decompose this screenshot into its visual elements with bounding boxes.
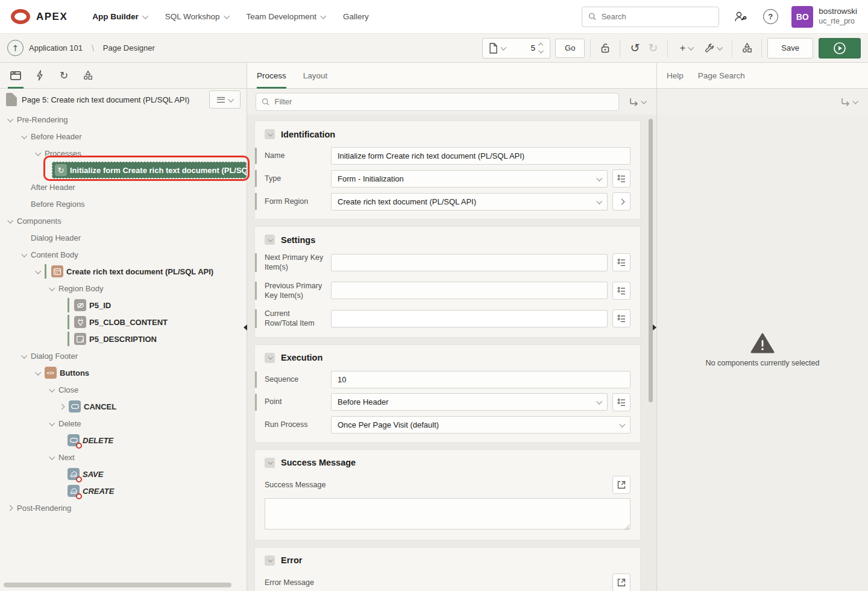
- collapse-left-panel-handle[interactable]: [244, 324, 247, 330]
- tree-item-before-regions[interactable]: Before Regions: [0, 195, 247, 212]
- tree-item-before-header[interactable]: Before Header: [0, 128, 247, 145]
- point-select[interactable]: Before Header: [331, 393, 608, 411]
- tree-item-delete-button[interactable]: DELETE: [0, 432, 247, 449]
- user-block[interactable]: BO bostrowski uc_rte_pro: [791, 6, 857, 28]
- shared-components-icon[interactable]: [738, 39, 756, 58]
- chevron-down-icon[interactable]: [49, 386, 55, 392]
- page-number-stepper[interactable]: [535, 43, 546, 53]
- current-row-input[interactable]: [331, 310, 608, 327]
- help-icon[interactable]: ?: [761, 8, 779, 26]
- go-to-selection-button[interactable]: [838, 93, 860, 111]
- chevron-right-icon[interactable]: [7, 505, 13, 511]
- tree-item-components[interactable]: Components: [0, 212, 247, 229]
- tab-page-shared-components[interactable]: [76, 63, 100, 88]
- chevron-down-icon[interactable]: [49, 454, 55, 460]
- filter-input[interactable]: [274, 97, 613, 106]
- type-lov-button[interactable]: [612, 169, 631, 188]
- tab-page-search[interactable]: Page Search: [698, 63, 745, 88]
- step-up-icon[interactable]: [538, 42, 543, 47]
- nav-app-builder[interactable]: App Builder: [83, 0, 156, 33]
- avatar[interactable]: BO: [791, 6, 813, 28]
- save-button[interactable]: Save: [767, 38, 813, 58]
- tree-item-next-position[interactable]: Next: [0, 449, 247, 466]
- chevron-down-icon[interactable]: [35, 150, 41, 156]
- vertical-scrollbar[interactable]: [649, 119, 653, 402]
- redo-icon[interactable]: ↻: [644, 39, 662, 58]
- tab-help[interactable]: Help: [667, 63, 684, 88]
- tree-item-processes[interactable]: Processes: [0, 145, 247, 162]
- filter-box[interactable]: [256, 93, 619, 111]
- go-button[interactable]: Go: [555, 39, 585, 58]
- chevron-down-icon[interactable]: [49, 285, 55, 291]
- tree-item-delete-position[interactable]: Delete: [0, 415, 247, 432]
- run-process-select[interactable]: Once Per Page Visit (default): [331, 416, 631, 434]
- chevron-down-icon[interactable]: [49, 420, 55, 426]
- global-search[interactable]: [582, 7, 719, 27]
- apex-logo[interactable]: APEX: [11, 9, 68, 24]
- breadcrumb-app[interactable]: Application 101: [29, 43, 83, 52]
- tree-item-content-body[interactable]: Content Body: [0, 246, 247, 263]
- prev-pk-input[interactable]: [331, 282, 608, 299]
- tab-process[interactable]: Process: [257, 63, 286, 88]
- success-message-textarea[interactable]: [265, 498, 631, 529]
- tab-layout[interactable]: Layout: [303, 63, 328, 88]
- chevron-down-icon[interactable]: [35, 369, 41, 375]
- tree-item-create-rich-text-region[interactable]: Create rich text document (PL/SQL API): [0, 263, 247, 280]
- chevron-down-icon[interactable]: [21, 133, 27, 139]
- tree-item-close-position[interactable]: Close: [0, 381, 247, 398]
- name-input[interactable]: [331, 147, 631, 165]
- search-input[interactable]: [602, 12, 713, 21]
- tree-item-dialog-footer[interactable]: Dialog Footer: [0, 347, 247, 364]
- lock-icon[interactable]: [596, 39, 614, 58]
- chevron-down-icon[interactable]: [7, 116, 13, 122]
- tree-item-cancel-button[interactable]: CANCEL: [0, 398, 247, 415]
- collapse-section-icon[interactable]: [265, 555, 275, 566]
- go-to-selection-button[interactable]: [626, 93, 648, 111]
- chevron-down-icon[interactable]: [7, 217, 13, 223]
- form-region-select[interactable]: Create rich text document (PL/SQL API): [331, 193, 608, 210]
- chevron-right-icon[interactable]: [59, 403, 65, 409]
- chevron-down-icon[interactable]: [35, 268, 41, 274]
- tree-item-buttons-region[interactable]: </> Buttons: [0, 364, 247, 381]
- tree-item-p5-description[interactable]: P5_DESCRIPTION: [0, 330, 247, 347]
- undo-icon[interactable]: ↺: [626, 39, 644, 58]
- tree-item-region-body[interactable]: Region Body: [0, 280, 247, 297]
- tab-dynamic-actions[interactable]: [28, 63, 52, 88]
- nav-sql-workshop[interactable]: SQL Workshop: [156, 0, 237, 33]
- run-page-button[interactable]: [819, 38, 861, 58]
- page-selector[interactable]: [482, 38, 550, 58]
- collapse-section-icon[interactable]: [265, 235, 275, 245]
- tree-menu-button[interactable]: [209, 90, 241, 109]
- type-select[interactable]: Form - Initialization: [331, 170, 608, 188]
- tree-item-p5-clob-content[interactable]: P5_CLOB_CONTENT: [0, 314, 247, 330]
- tree-item-post-rendering[interactable]: Post-Rendering: [0, 499, 247, 516]
- tree-item-save-button[interactable]: SAVE: [0, 466, 247, 482]
- collapse-section-icon[interactable]: [265, 458, 275, 468]
- step-down-icon[interactable]: [538, 48, 543, 53]
- next-pk-lov-button[interactable]: [612, 253, 631, 271]
- nav-gallery[interactable]: Gallery: [334, 0, 378, 33]
- collapse-section-icon[interactable]: [265, 353, 275, 363]
- chevron-down-icon[interactable]: [21, 352, 27, 358]
- tree-item-p5-id[interactable]: P5_ID: [0, 297, 247, 314]
- point-lov-button[interactable]: [612, 393, 631, 411]
- prev-pk-lov-button[interactable]: [612, 282, 631, 300]
- tree-item-initialize-form-process[interactable]: ↻ Initialize form Create rich text docum…: [52, 162, 247, 179]
- create-menu-button[interactable]: +: [673, 39, 699, 58]
- current-row-lov-button[interactable]: [612, 309, 631, 327]
- admin-tools-icon[interactable]: [731, 8, 749, 26]
- tab-rendering[interactable]: [4, 63, 28, 88]
- chevron-down-icon[interactable]: [21, 251, 27, 257]
- tab-processing[interactable]: ↻: [52, 63, 76, 88]
- collapse-section-icon[interactable]: [265, 129, 275, 139]
- tree-item-create-button[interactable]: CREATE: [0, 482, 247, 499]
- nav-team-development[interactable]: Team Development: [237, 0, 334, 33]
- next-pk-input[interactable]: [331, 254, 608, 271]
- open-code-editor-button[interactable]: [612, 476, 631, 494]
- go-to-region-button[interactable]: [612, 192, 631, 210]
- sequence-input[interactable]: [331, 371, 631, 388]
- tree-item-after-header[interactable]: After Header: [0, 179, 247, 195]
- utilities-menu-button[interactable]: [699, 39, 726, 58]
- tree-item-pre-rendering[interactable]: Pre-Rendering: [0, 111, 247, 128]
- collapse-right-panel-handle[interactable]: [653, 324, 656, 330]
